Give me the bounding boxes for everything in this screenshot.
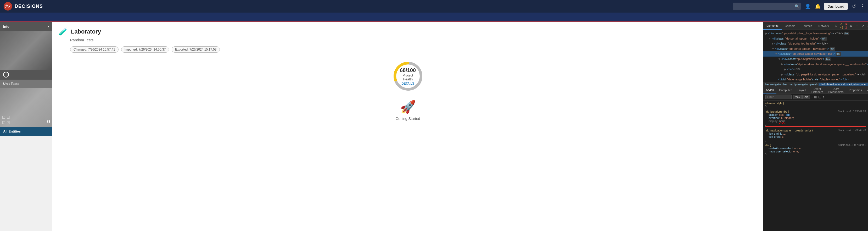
devtools-sub-tabs: Styles Computed Layout Event Listeners D… xyxy=(763,87,868,93)
more-icon-btn[interactable]: ⋮ xyxy=(860,3,865,9)
rocket-icon: 🚀 xyxy=(400,100,416,114)
arrow-icon-5[interactable]: ▼ xyxy=(775,52,777,56)
breadcrumb-item-3[interactable]: div.dp-breadcrumbs.dp-navigation-panel__… xyxy=(818,83,868,86)
search-input[interactable] xyxy=(733,3,801,10)
html-line-2[interactable]: ▼ <div class="dp-portal-topbar__holder">… xyxy=(763,36,868,41)
arrow-icon-8[interactable]: ▶ xyxy=(784,67,786,71)
style-rule-div: div { Studio.css?.1.0.73849:1 -webkit-us… xyxy=(766,144,866,156)
subtab-layout[interactable]: Layout xyxy=(795,87,809,93)
logo-area: DECISIONS xyxy=(3,2,43,11)
styles-content: element.style { } .dp-breadcrumbs { Stud… xyxy=(763,100,868,159)
info-circle-icon: i xyxy=(3,72,9,78)
arrow-icon-9[interactable]: ▶ xyxy=(781,73,783,77)
arrow-icon-2[interactable]: ▼ xyxy=(769,36,771,40)
breadcrumb-item-1[interactable]: .bar_navigation-bar xyxy=(764,83,787,86)
undock-icon-btn[interactable]: ↗ xyxy=(860,24,865,28)
getting-started: 🚀 Getting Started xyxy=(59,100,757,121)
subtab-dom-breakpoints[interactable]: DOM Breakpoints xyxy=(826,87,846,93)
breadcrumb-item-2[interactable]: nav.dp-navigation-panel xyxy=(789,83,817,86)
add-style-icon[interactable]: + xyxy=(811,95,813,99)
styles-filter-bar: :hov .cls + ⊞ ⊟ ↕ xyxy=(763,93,868,100)
center-content: 🧪 Laboratory Random Tests Changed: 7/26/… xyxy=(52,22,763,231)
style-prop-moz-user-select: -moz-user-select: none; xyxy=(766,150,866,153)
html-line-10[interactable]: <div id="date-range-holder" style="displ… xyxy=(763,77,868,82)
html-line-6[interactable]: ▼ <nav class="dp-navigation-panel"> flex xyxy=(763,57,868,62)
html-line-8[interactable]: ▶ <div> ≡ $0 xyxy=(763,67,868,72)
lab-icon: 🧪 xyxy=(59,27,68,36)
tab-more[interactable]: » xyxy=(832,22,840,30)
user-icon-btn[interactable]: 👤 xyxy=(805,3,811,9)
settings-icon-btn[interactable]: ⚙ xyxy=(849,24,854,28)
left-sidebar: Info › i Unit Tests ☑ ☑ ☑ ☑ 0 xyxy=(0,22,52,231)
refresh-icon-btn[interactable]: ↺ xyxy=(852,3,856,9)
search-icon-btn[interactable]: 🔍 xyxy=(795,4,799,8)
lab-title: Laboratory xyxy=(71,28,101,35)
subheader-bar xyxy=(0,12,868,22)
subtab-styles[interactable]: Styles xyxy=(763,87,776,93)
style-selector-element: element.style { xyxy=(766,102,784,105)
getting-started-label: Getting Started xyxy=(395,117,420,121)
devtools-panel: Elements Console Sources Network » ⚠ 46 … xyxy=(763,22,868,231)
info-panel-header[interactable]: Info › xyxy=(0,22,52,31)
health-details-link[interactable]: DETAILS xyxy=(400,82,416,85)
app-title: DECISIONS xyxy=(14,4,43,9)
unit-tests-header[interactable]: Unit Tests xyxy=(0,80,52,88)
arrow-icon-7[interactable]: ▶ xyxy=(781,62,783,66)
arrow-icon-4[interactable]: ▼ xyxy=(772,47,774,51)
tab-sources[interactable]: Sources xyxy=(798,22,815,30)
cls-button[interactable]: .cls xyxy=(802,95,810,99)
info-panel-bottom: i xyxy=(0,70,52,80)
style-selector-nav-breadcrumbs: .dp-navigation-panel__breadcrumbs { xyxy=(766,129,813,132)
style-prop-flex-shrink: flex-shrink: 1; xyxy=(766,132,866,135)
warning-count: ⚠ 46 xyxy=(840,23,843,29)
arrow-icon-6[interactable]: ▼ xyxy=(778,57,781,61)
style-prop-webkit-user-select: -webkit-user-select: none; xyxy=(766,147,866,150)
arrow-icon-1[interactable]: ▶ xyxy=(766,31,768,36)
subtab-event-listeners[interactable]: Event Listeners xyxy=(809,87,826,93)
style-prop-display-flex: display: flex; ⊞ xyxy=(766,113,866,116)
styles-expand-icon[interactable]: ↕ xyxy=(823,95,824,99)
html-line-5[interactable]: ▼ <div class="dp-portal-topbar-navigatio… xyxy=(763,51,868,57)
style-prop-display-none: display: none; xyxy=(766,119,866,122)
all-entities-button[interactable]: All Entities xyxy=(0,127,52,136)
checkbox-icon-1: ☑ xyxy=(2,115,5,119)
subtab-properties[interactable]: Properties xyxy=(846,87,865,93)
html-line-9[interactable]: ▶ <ul class="dp-pagelinks dp-navigation-… xyxy=(763,72,868,77)
html-line-1[interactable]: ▶ <div class="dp-portal-topbar__logo fle… xyxy=(763,31,868,36)
changed-badge: Changed: 7/26/2024 16:57:41 xyxy=(70,46,119,53)
tab-console[interactable]: Console xyxy=(782,22,798,30)
tab-network[interactable]: Network xyxy=(815,22,832,30)
styles-more-icon[interactable]: ⊞ xyxy=(814,95,817,99)
subtab-accessibility[interactable]: Accessibility xyxy=(865,87,868,93)
unit-tests-label: Unit Tests xyxy=(3,82,19,86)
html-line-4[interactable]: ▼ <div class="dp-portal-topbar__navigati… xyxy=(763,46,868,52)
html-line-7[interactable]: ▶ <div class="dp-breadcrumbs dp-navigati… xyxy=(763,62,868,67)
styles-filter-input[interactable] xyxy=(766,94,792,99)
checkbox-icon-2: ☑ xyxy=(6,115,10,119)
style-source-nav[interactable]: Studio.css?..0.73849:78 xyxy=(838,129,866,132)
style-selector-breadcrumbs: .dp-breadcrumbs { xyxy=(766,110,789,113)
notification-icon-btn[interactable]: 🔔 xyxy=(815,3,820,9)
checkbox-icon-3: ☑ xyxy=(2,120,5,125)
meta-badges: Changed: 7/26/2024 16:57:41 Imported: 7/… xyxy=(70,46,757,53)
style-prop-flex-grow: flex-grow: 1; xyxy=(766,135,866,138)
styles-dock-icon[interactable]: ⊟ xyxy=(818,95,822,99)
dashboard-button[interactable]: Dashboard xyxy=(824,3,848,10)
dock-icon-btn[interactable]: ⊡ xyxy=(855,24,859,28)
subtab-computed[interactable]: Computed xyxy=(776,87,795,93)
tab-elements[interactable]: Elements xyxy=(763,22,782,30)
arrow-icon-3[interactable]: ▶ xyxy=(772,41,774,46)
lab-subtitle: Random Tests xyxy=(70,38,757,42)
lab-header: 🧪 Laboratory xyxy=(59,27,757,36)
devtools-tabs: Elements Console Sources Network » ⚠ 46 … xyxy=(763,22,868,30)
close-devtools-btn[interactable]: ✕ xyxy=(866,24,868,28)
style-source-div[interactable]: Studio.css?.1.0.73849:1 xyxy=(838,144,866,147)
unit-tests-body: ☑ ☑ ☑ ☑ 0 xyxy=(0,88,52,127)
html-line-3[interactable]: ▶ <div class="dp-portal-top-header"> ≡ <… xyxy=(763,41,868,46)
style-rule-nav-breadcrumbs: .dp-navigation-panel__breadcrumbs { Stud… xyxy=(766,129,866,141)
exported-badge: Exported: 7/26/2024 15:17:53 xyxy=(172,46,220,53)
style-source-breadcrumbs[interactable]: Studio.css?..0.73849:78 xyxy=(838,110,866,113)
html-tree: ▶ <div class="dp-portal-topbar__logo fle… xyxy=(763,30,868,82)
error-count: ✖ 2 xyxy=(845,23,847,29)
hov-button[interactable]: :hov xyxy=(793,95,802,99)
